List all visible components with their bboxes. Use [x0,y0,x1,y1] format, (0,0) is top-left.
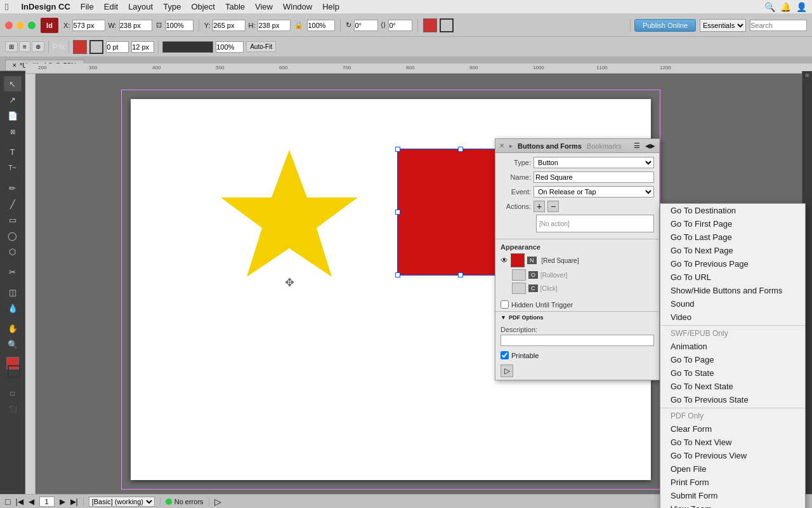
publish-online-button[interactable]: Publish Online [634,19,696,32]
normal-color-swatch[interactable] [511,253,525,267]
actions-list[interactable]: [No action] [536,215,654,232]
color-picker-tool[interactable]: 💧 [4,300,22,316]
bookmarks-tab[interactable]: Bookmarks [587,142,622,150]
shear-input[interactable] [388,20,412,31]
hand-tool[interactable]: ✋ [4,321,22,336]
visibility-icon[interactable]: 👁 [501,256,508,265]
description-input[interactable] [501,335,654,346]
menu-table[interactable]: Table [225,2,245,11]
preview-mode-btn[interactable]: ⬛ [4,401,22,417]
menu-item-animation[interactable]: Animation [660,340,805,353]
zoom-tool[interactable]: 🔍 [4,337,22,352]
pathfinder-btn[interactable]: ⊕ [32,41,44,52]
page-layout-icon[interactable]: □ [5,497,10,507]
stroke-color[interactable] [440,18,454,32]
w-input[interactable] [119,20,152,31]
panel-close-button[interactable]: ✕ [499,142,504,149]
minimize-button[interactable] [16,22,24,29]
handle-ml[interactable] [395,210,400,215]
menu-window[interactable]: Window [283,2,312,11]
handle-tm[interactable] [458,147,463,152]
handle-tl[interactable] [395,147,400,152]
select-tool[interactable]: ↖ [4,76,22,91]
rotation-input[interactable] [354,20,378,31]
handle-bl[interactable] [395,272,400,277]
profile-select[interactable]: [Basic] (working) [89,497,155,507]
scissors-tool[interactable]: ✂ [4,264,22,279]
panel-collapse-icon[interactable]: ▸ [509,142,513,149]
printable-checkbox[interactable] [501,351,509,359]
click-badge[interactable]: C [528,284,538,292]
page-tool[interactable]: 📄 [4,108,22,123]
search-input[interactable] [750,20,807,31]
gradient-tool[interactable]: ◫ [4,284,22,300]
menu-item-go-to-page[interactable]: Go To Page [660,353,805,366]
app-name[interactable]: InDesign CC [21,2,70,11]
page-next-icon[interactable]: ▶ [60,497,65,506]
notifications-icon[interactable]: 🔔 [780,2,791,12]
page-last-icon[interactable]: ▶| [70,497,78,506]
menu-object[interactable]: Object [191,2,215,11]
menu-item-go-to-previous-state[interactable]: Go To Previous State [660,393,805,406]
line-tool[interactable]: ╱ [4,196,22,211]
direct-select-tool[interactable]: ↗ [4,92,22,107]
menu-item-show-hide-buttons[interactable]: Show/Hide Buttons and Forms [660,284,805,297]
h-input[interactable] [258,20,291,31]
hidden-until-trigger-checkbox[interactable] [501,300,509,309]
menu-help[interactable]: Help [322,2,339,11]
normal-state-badge[interactable]: N [527,257,537,264]
panel-menu-icon[interactable]: ☰ [634,142,640,150]
menu-item-go-to-previous-view[interactable]: Go To Previous View [660,449,805,462]
fill-color[interactable] [423,18,437,32]
menu-item-submit-form[interactable]: Submit Form [660,489,805,502]
auto-fit-btn[interactable]: Auto-Fit [246,41,276,52]
menu-item-print-form[interactable]: Print Form [660,476,805,489]
stroke-swatch[interactable] [89,40,103,54]
transform-panel-btn[interactable]: ⊞ [5,41,18,52]
search-icon[interactable]: 🔍 [764,2,775,12]
star-shape-container[interactable]: ✥ [213,144,365,296]
opacity-input[interactable] [216,41,244,53]
stroke-panel-icon[interactable]: P [53,43,58,51]
buttons-forms-tab[interactable]: Buttons and Forms [518,142,582,150]
polygon-tool[interactable]: ⬡ [4,244,22,259]
menu-view[interactable]: View [255,2,273,11]
menu-item-go-to-destination[interactable]: Go To Destination [660,204,805,217]
rollover-swatch[interactable] [512,269,526,281]
workspace-select[interactable]: Essentials [700,19,746,32]
rectangle-tool[interactable]: ▭ [4,212,22,227]
menu-edit[interactable]: Edit [104,2,118,11]
menu-layout[interactable]: Layout [128,2,153,11]
menu-item-go-to-next-page[interactable]: Go To Next Page [660,244,805,257]
remove-action-button[interactable]: − [547,201,559,212]
menu-item-sound[interactable]: Sound [660,297,805,311]
type-on-path-tool[interactable]: T~ [4,160,22,175]
page-prev-icon[interactable]: ◀ [29,497,34,506]
click-swatch[interactable] [512,283,526,294]
x-input[interactable] [72,20,105,31]
maximize-button[interactable] [28,22,36,29]
menu-type[interactable]: Type [163,2,181,11]
pdf-options-toggle[interactable]: ▼ PDF Options [501,314,654,321]
menu-item-go-to-state[interactable]: Go To State [660,366,805,380]
scale-h-input[interactable] [307,20,335,31]
close-button[interactable] [5,22,13,29]
handle-bm[interactable] [458,272,463,277]
properties-strip[interactable]: ≡ [804,74,811,77]
gap-tool[interactable]: ⊠ [4,124,22,139]
add-action-button[interactable]: + [534,201,545,212]
menu-file[interactable]: File [81,2,94,11]
normal-mode-btn[interactable]: □ [4,385,22,401]
page-number-input[interactable] [39,497,55,507]
menu-item-view-zoom[interactable]: View Zoom [660,502,805,508]
menu-item-go-to-previous-page[interactable]: Go To Previous Page [660,257,805,271]
effects-icon[interactable]: fx [59,43,65,51]
font-size-input[interactable] [131,41,154,53]
pencil-tool[interactable]: ✏ [4,180,22,196]
menu-item-video[interactable]: Video [660,311,805,324]
stroke-weight-input[interactable] [106,41,129,53]
menu-item-open-file[interactable]: Open File [660,462,805,476]
fill-swatch[interactable] [73,40,87,54]
event-select[interactable]: On Release or Tap On Click On Roll Over … [534,186,654,197]
stroke-indicator[interactable] [8,365,20,378]
